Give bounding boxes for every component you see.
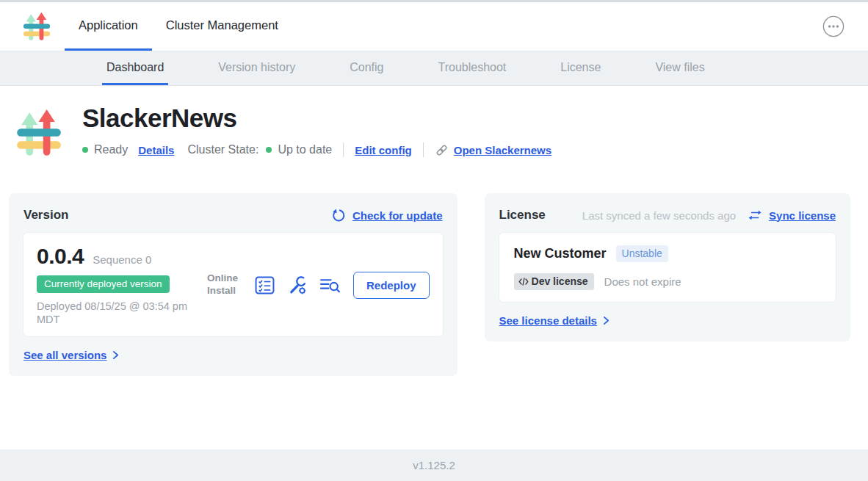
open-app-link[interactable]: Open Slackernews (435, 143, 551, 157)
dashboard-cards: Version Check for update 0.0.4 Sequence (9, 193, 850, 376)
console-version: v1.125.2 (413, 459, 455, 471)
tab-application-label: Application (79, 18, 138, 32)
open-app-link-label: Open Slackernews (454, 144, 551, 156)
subtab-version-history[interactable]: Version history (214, 51, 300, 85)
subtab-config[interactable]: Config (345, 51, 388, 85)
license-panel: New Customer Unstable Dev license (499, 233, 836, 302)
customer-name: New Customer (514, 246, 607, 261)
brand-logo-icon (22, 11, 51, 42)
see-all-versions-link[interactable]: See all versions (23, 349, 106, 361)
divider (343, 142, 344, 157)
divider (423, 142, 424, 157)
subtab-license[interactable]: License (556, 51, 605, 85)
cluster-state-dot-icon (266, 147, 272, 153)
version-sequence: Sequence 0 (93, 253, 151, 266)
sync-license-link[interactable]: Sync license (769, 209, 836, 222)
tab-cluster-management[interactable]: Cluster Management (152, 2, 292, 51)
chevron-right-icon (112, 350, 119, 360)
check-for-update-link[interactable]: Check for update (352, 209, 443, 222)
page-title: SlackerNews (82, 104, 551, 133)
cluster-state-value: Up to date (278, 143, 332, 156)
preflight-checks-icon[interactable] (255, 276, 275, 294)
console-footer: v1.125.2 (0, 449, 868, 481)
version-card-title: Version (23, 208, 68, 223)
tab-cluster-management-label: Cluster Management (166, 18, 278, 32)
app-logo-icon (15, 102, 63, 164)
tab-application[interactable]: Application (65, 2, 152, 51)
channel-badge: Unstable (616, 245, 668, 262)
app-status-dot-icon (82, 147, 88, 153)
license-expiry: Does not expire (604, 275, 681, 288)
subtab-dashboard-label: Dashboard (106, 61, 164, 74)
details-link[interactable]: Details (138, 144, 174, 156)
subtab-config-label: Config (350, 61, 383, 74)
license-card: License Last synced a few seconds ago Sy… (485, 193, 850, 341)
deployed-timestamp: Deployed 08/15/25 @ 03:54 pm MDT (37, 300, 198, 326)
page: Application Cluster Management Dashboard… (0, 0, 868, 481)
subtab-version-history-label: Version history (218, 61, 295, 74)
top-tabs: Application Cluster Management (65, 2, 292, 51)
see-license-details-link[interactable]: See license details (499, 314, 597, 327)
dashboard-main: SlackerNews Ready Details Cluster State:… (0, 86, 868, 376)
subtab-view-files[interactable]: View files (651, 51, 709, 85)
sync-icon (748, 209, 762, 221)
app-status-row: Ready Details Cluster State: Up to date … (82, 142, 551, 157)
app-header: SlackerNews Ready Details Cluster State:… (0, 86, 868, 164)
chain-link-icon (435, 143, 449, 157)
chevron-right-icon (603, 316, 610, 325)
subtab-view-files-label: View files (655, 61, 704, 74)
install-type-label: Online Install (207, 272, 242, 297)
subtab-dashboard[interactable]: Dashboard (102, 51, 168, 85)
app-status-text: Ready (94, 143, 128, 156)
current-version-panel: 0.0.4 Sequence 0 Currently deployed vers… (23, 233, 443, 336)
subtab-troubleshoot-label: Troubleshoot (438, 61, 506, 74)
edit-config-link[interactable]: Edit config (355, 144, 412, 156)
subtab-license-label: License (560, 61, 601, 74)
license-type-badge: Dev license (514, 273, 594, 290)
refresh-icon (332, 209, 346, 223)
license-card-title: License (499, 208, 546, 223)
app-sub-nav: Dashboard Version history Config Trouble… (0, 51, 868, 86)
version-card: Version Check for update 0.0.4 Sequence (9, 193, 457, 376)
license-type-badge-label: Dev license (532, 275, 588, 287)
version-number: 0.0.4 (37, 244, 84, 269)
code-icon (518, 278, 529, 286)
redeploy-button[interactable]: Redeploy (353, 272, 430, 299)
cluster-state-label: Cluster State: (187, 143, 258, 156)
more-menu-button[interactable] (822, 15, 845, 37)
deployed-badge: Currently deployed version (37, 275, 170, 293)
subtab-troubleshoot[interactable]: Troubleshoot (433, 51, 510, 85)
top-nav-bar: Application Cluster Management (0, 2, 868, 51)
last-synced-text: Last synced a few seconds ago (582, 209, 736, 222)
config-wrench-icon[interactable] (287, 275, 307, 295)
view-logs-icon[interactable] (319, 277, 341, 294)
